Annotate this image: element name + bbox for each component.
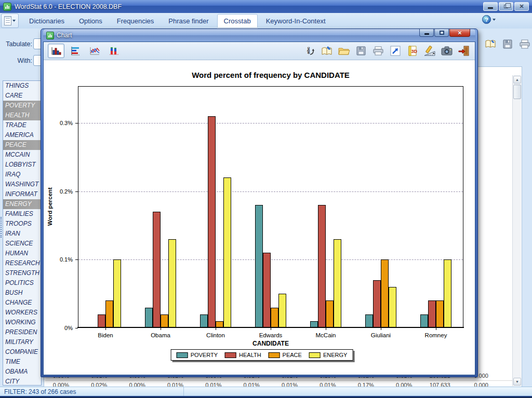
save-icon[interactable] [501, 38, 514, 50]
keyword-item[interactable]: HUMAN [3, 249, 41, 258]
bar-health-biden [98, 314, 105, 328]
y-tick-mark [75, 191, 78, 192]
vertical-bar-chart-button[interactable] [48, 44, 64, 58]
svg-text:3D: 3D [411, 49, 418, 54]
scroll-down-icon[interactable]: ▼ [513, 378, 521, 386]
print-icon[interactable] [518, 38, 531, 50]
stacked-bar-chart-button[interactable] [105, 44, 122, 58]
bar-health-clinton [208, 116, 216, 328]
chevron-down-icon [493, 19, 496, 21]
x-tick-mark [436, 328, 436, 330]
keyword-item[interactable]: COMPANIE [3, 347, 41, 357]
bar-peace-obama [161, 314, 168, 328]
gridline [78, 259, 463, 260]
annotate-book-icon[interactable] [320, 44, 334, 58]
chart-properties-icon[interactable] [423, 44, 436, 58]
keyword-item[interactable]: ENERGY [3, 199, 41, 209]
keyword-item[interactable]: INFORMAT [3, 189, 41, 199]
keyword-item[interactable]: LOBBYIST [3, 160, 41, 170]
keyword-item[interactable]: SCIENCE [3, 239, 41, 249]
gridline [78, 191, 463, 192]
legend-swatch [225, 352, 236, 358]
legend-swatch [177, 352, 188, 358]
keyword-item[interactable]: IRAN [3, 229, 41, 239]
help-button[interactable]: ? [482, 15, 496, 24]
tab-crosstab[interactable]: Crosstab [217, 14, 258, 28]
y-tick-label: 0.2% [50, 188, 73, 195]
keyword-item[interactable]: PEACE [3, 140, 41, 150]
keyword-item[interactable]: CITY [3, 377, 41, 386]
open-folder-icon[interactable] [337, 44, 351, 58]
vertical-scrollbar[interactable]: ▲ ▼ [512, 75, 521, 386]
keyword-item[interactable]: POVERTY [3, 101, 41, 111]
y-tick-mark [75, 328, 78, 328]
bar-poverty-romney [420, 314, 428, 328]
tab-keyword-in-context[interactable]: Keyword-In-Context [260, 15, 332, 28]
keyword-item[interactable]: STRENGTH [3, 268, 41, 278]
keyword-item[interactable]: CHANGE [3, 298, 41, 308]
print-icon[interactable] [371, 44, 385, 58]
maximize-button[interactable] [434, 29, 449, 37]
panel-splitter[interactable] [1, 217, 2, 238]
x-tick-mark [105, 328, 106, 330]
legend-item: HEALTH [225, 352, 261, 358]
svg-text:abc: abc [306, 47, 311, 54]
horizontal-bar-chart-icon [70, 46, 81, 56]
keyword-item[interactable]: RESEARCH [3, 258, 41, 268]
keyword-item[interactable]: WORKERS [3, 308, 41, 318]
tab-phrase-finder[interactable]: Phrase finder [162, 15, 215, 28]
bar-health-romney [428, 300, 436, 328]
x-tick-mark [326, 328, 326, 330]
legend-label: POVERTY [191, 352, 218, 358]
bar-health-mccain [318, 205, 326, 328]
file-menu-button[interactable] [1, 13, 19, 28]
x-category-label: Giuliani [353, 332, 408, 338]
keyword-item[interactable]: IRAQ [3, 170, 41, 180]
keyword-item[interactable]: CARE [3, 91, 41, 101]
keyword-item[interactable]: WASHINGT [3, 180, 41, 189]
keyword-item[interactable]: HEALTH [3, 111, 41, 120]
keyword-item[interactable]: WORKING [3, 318, 41, 327]
minimize-button[interactable] [419, 29, 434, 37]
keyword-item[interactable]: TIME [3, 357, 41, 367]
bar-energy-romney [444, 259, 451, 328]
chart-window-titlebar[interactable]: Chart ✕ [43, 29, 475, 42]
horizontal-bar-chart-button[interactable] [67, 44, 84, 58]
x-axis-title: CANDIDATE [252, 340, 289, 347]
keyword-item[interactable]: MCCAIN [3, 150, 41, 160]
keyword-item[interactable]: OBAMA [3, 367, 41, 377]
chart-canvas: Word percent of frequency by CANDIDATE W… [44, 60, 475, 375]
tab-frequencies[interactable]: Frequencies [111, 15, 161, 28]
copy-image-icon[interactable] [440, 44, 454, 58]
save-icon[interactable] [354, 44, 368, 58]
3d-view-icon[interactable]: 3D [406, 44, 419, 58]
keyword-item[interactable]: BUSH [3, 288, 41, 298]
keyword-item[interactable]: POLITICS [3, 278, 41, 288]
tab-dictionaries[interactable]: Dictionaries [23, 15, 71, 28]
keyword-item[interactable]: TROOPS [3, 219, 41, 229]
line-chart-button[interactable] [86, 44, 103, 58]
main-titlebar: WordStat 6.0 - ELECTION 2008.DBF ✕ [0, 0, 532, 13]
restore-button[interactable] [499, 2, 513, 11]
keyword-item[interactable]: TRADE [3, 120, 41, 130]
chart-tools: abc 3D [303, 44, 471, 58]
rotate-labels-icon[interactable]: abc [303, 44, 316, 58]
minimize-button[interactable] [483, 2, 498, 11]
menubar: DictionariesOptionsFrequenciesPhrase fin… [0, 13, 532, 29]
tabulate-label: Tabulate: [2, 40, 32, 48]
bar-energy-mccain [334, 239, 341, 328]
keyword-item[interactable]: AMERICA [3, 130, 41, 140]
exit-icon[interactable] [457, 44, 471, 58]
keyword-item[interactable]: FAMILIES [3, 209, 41, 219]
keyword-item[interactable]: MILITARY [3, 337, 41, 347]
export-icon[interactable] [389, 44, 402, 58]
close-button[interactable]: ✕ [449, 29, 470, 37]
close-button[interactable]: ✕ [514, 2, 529, 11]
tab-options[interactable]: Options [73, 15, 109, 28]
dictionary-book-icon[interactable] [484, 38, 497, 50]
keyword-item[interactable]: PRESIDEN [3, 327, 41, 337]
scrollbar-thumb[interactable] [513, 85, 521, 99]
keyword-item[interactable]: THINGS [3, 81, 41, 91]
menu-tabs: DictionariesOptionsFrequenciesPhrase fin… [23, 13, 332, 29]
scroll-up-icon[interactable]: ▲ [513, 76, 521, 84]
